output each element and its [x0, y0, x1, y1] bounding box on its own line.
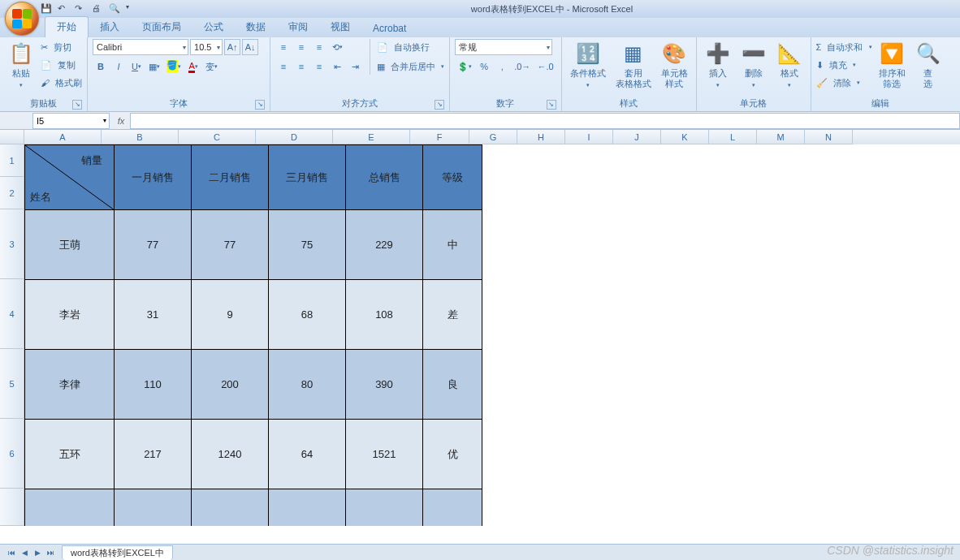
- cell[interactable]: 200: [192, 350, 269, 420]
- formula-input[interactable]: [130, 113, 960, 129]
- font-launcher[interactable]: ↘: [255, 100, 265, 110]
- cell[interactable]: 良: [423, 350, 482, 420]
- clipboard-launcher[interactable]: ↘: [72, 100, 82, 110]
- merge-button[interactable]: 合并后居中: [391, 61, 435, 73]
- cells-area[interactable]: 销量 姓名 一月销售 二月销售 三月销售 总销售 等级 王萌 77 77 75 …: [24, 144, 482, 526]
- save-icon[interactable]: 💾: [41, 3, 52, 15]
- cell[interactable]: [269, 489, 346, 527]
- office-button[interactable]: [5, 2, 39, 36]
- table-format-button[interactable]: ▦套用表格格式: [612, 39, 655, 91]
- cell[interactable]: 1521: [346, 420, 423, 489]
- cell[interactable]: 217: [115, 420, 192, 489]
- tab-home[interactable]: 开始: [45, 16, 89, 37]
- undo-icon[interactable]: ↶: [58, 3, 69, 15]
- clear-button[interactable]: 清除: [833, 77, 851, 89]
- cell[interactable]: 77: [192, 210, 269, 280]
- sheet-nav-last[interactable]: ⏭: [44, 549, 57, 557]
- row-header[interactable]: 4: [0, 279, 24, 349]
- align-top-button[interactable]: ≡: [275, 39, 292, 55]
- row-header[interactable]: 6: [0, 419, 24, 489]
- cond-format-button[interactable]: 🔢条件格式▾: [567, 39, 609, 92]
- tab-acrobat[interactable]: Acrobat: [361, 19, 417, 37]
- cell[interactable]: 31: [115, 280, 192, 350]
- delete-cells-button[interactable]: ➖删除▾: [737, 39, 770, 92]
- col-header[interactable]: L: [709, 130, 757, 144]
- grow-font-button[interactable]: A↑: [224, 39, 240, 55]
- align-center-button[interactable]: ≡: [293, 58, 309, 75]
- wrap-text-button[interactable]: 自动换行: [394, 41, 430, 54]
- row-header[interactable]: 3: [0, 209, 24, 279]
- sheet-tab[interactable]: word表格转到EXCEL中: [62, 545, 173, 560]
- cell[interactable]: [115, 489, 192, 527]
- orientation-button[interactable]: ⟲▾: [329, 39, 345, 55]
- inc-decimal-button[interactable]: .0→: [512, 58, 533, 75]
- col-header[interactable]: A: [24, 130, 102, 144]
- cell[interactable]: [25, 489, 115, 527]
- cell[interactable]: 9: [192, 280, 269, 350]
- row-header[interactable]: 2: [0, 177, 24, 209]
- cell[interactable]: 77: [115, 210, 192, 280]
- table-header[interactable]: 三月销售: [269, 145, 346, 210]
- tab-formulas[interactable]: 公式: [192, 17, 235, 37]
- underline-button[interactable]: U▾: [128, 58, 145, 75]
- cell[interactable]: 李岩: [25, 280, 115, 350]
- col-header[interactable]: D: [256, 130, 333, 144]
- col-header[interactable]: C: [179, 130, 256, 144]
- print-icon[interactable]: 🖨: [92, 3, 103, 15]
- redo-icon[interactable]: ↷: [75, 3, 86, 15]
- sheet-nav-prev[interactable]: ◀: [18, 549, 31, 557]
- tab-page-layout[interactable]: 页面布局: [131, 17, 192, 37]
- sheet-nav-next[interactable]: ▶: [31, 549, 44, 557]
- sheet-nav-first[interactable]: ⏮: [5, 549, 18, 557]
- col-header[interactable]: F: [410, 130, 469, 144]
- tab-review[interactable]: 审阅: [277, 17, 319, 37]
- cell[interactable]: 1240: [192, 420, 269, 489]
- font-size-combo[interactable]: 10.5: [190, 39, 223, 55]
- italic-button[interactable]: I: [110, 58, 127, 75]
- align-right-button[interactable]: ≡: [311, 58, 327, 75]
- comma-button[interactable]: ,: [494, 58, 510, 75]
- find-select-button[interactable]: 🔍查选: [912, 39, 945, 91]
- tab-insert[interactable]: 插入: [89, 17, 131, 37]
- align-middle-button[interactable]: ≡: [293, 39, 309, 55]
- cell[interactable]: 108: [346, 280, 423, 350]
- cell[interactable]: 差: [423, 280, 482, 350]
- autosum-button[interactable]: 自动求和: [827, 41, 863, 54]
- col-header[interactable]: H: [517, 130, 565, 144]
- cell[interactable]: 68: [269, 280, 346, 350]
- cell[interactable]: 75: [269, 210, 346, 280]
- insert-cells-button[interactable]: ➕插入▾: [702, 39, 734, 92]
- align-left-button[interactable]: ≡: [275, 58, 292, 75]
- table-header[interactable]: 总销售: [346, 145, 423, 210]
- cell[interactable]: 390: [346, 350, 423, 420]
- row-header[interactable]: [0, 489, 24, 526]
- row-header[interactable]: 1: [0, 144, 24, 177]
- cell[interactable]: 优: [423, 420, 482, 489]
- col-header[interactable]: G: [469, 130, 517, 144]
- border-button[interactable]: ▦▾: [146, 58, 162, 75]
- font-color-button[interactable]: A▾: [185, 58, 201, 75]
- sort-filter-button[interactable]: 🔽排序和筛选: [876, 39, 909, 91]
- fill-color-button[interactable]: 🪣▾: [164, 58, 184, 75]
- shrink-font-button[interactable]: A↓: [242, 39, 258, 55]
- cell[interactable]: 李律: [25, 350, 115, 420]
- format-painter-button[interactable]: 格式刷: [55, 77, 82, 89]
- currency-button[interactable]: 💲▾: [455, 58, 474, 75]
- col-header[interactable]: E: [333, 130, 410, 144]
- cell[interactable]: [423, 489, 482, 527]
- col-header[interactable]: B: [102, 130, 179, 144]
- cell[interactable]: 229: [346, 210, 423, 280]
- col-header[interactable]: I: [565, 130, 613, 144]
- tab-view[interactable]: 视图: [319, 17, 361, 37]
- cell[interactable]: 五环: [25, 420, 115, 489]
- paste-button[interactable]: 📋 粘贴▾: [5, 39, 37, 92]
- table-header[interactable]: 一月销售: [115, 145, 192, 210]
- tab-data[interactable]: 数据: [235, 17, 277, 37]
- select-all-corner[interactable]: [0, 130, 24, 144]
- cell[interactable]: 中: [423, 210, 482, 280]
- cell[interactable]: 64: [269, 420, 346, 489]
- table-header[interactable]: 等级: [423, 145, 482, 210]
- name-box[interactable]: I5: [32, 113, 110, 129]
- col-header[interactable]: J: [613, 130, 661, 144]
- copy-button[interactable]: 复制: [58, 59, 76, 71]
